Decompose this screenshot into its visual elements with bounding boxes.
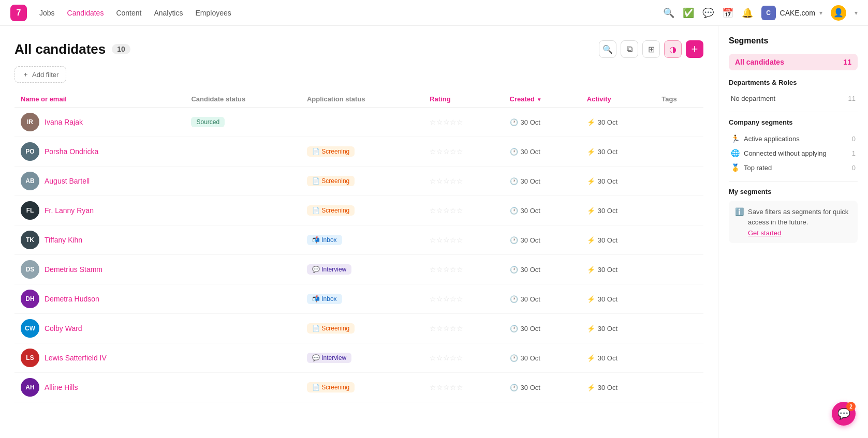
app-status-cell: 📄 Screening [301, 167, 423, 196]
rating-cell[interactable]: ☆☆☆☆☆ [423, 284, 503, 314]
segment-connected-without-applying[interactable]: 🌐 Connected without applying 1 [729, 146, 858, 160]
copy-toolbar-btn[interactable]: ⧉ [621, 40, 638, 58]
company-segments-title: Company segments [729, 118, 858, 126]
app-status-badge: 📄 Screening [307, 323, 355, 334]
search-toolbar-btn[interactable]: 🔍 [599, 40, 616, 58]
candidate-cell: CW Colby Ward [14, 314, 185, 343]
star-rating[interactable]: ☆☆☆☆☆ [430, 147, 497, 156]
nav-content[interactable]: Content [116, 9, 141, 17]
rating-cell[interactable]: ☆☆☆☆☆ [423, 167, 503, 196]
star-rating[interactable]: ☆☆☆☆☆ [430, 177, 497, 185]
star-rating[interactable]: ☆☆☆☆☆ [430, 206, 497, 215]
tags-cell [655, 314, 703, 343]
activity-date: 30 Oct [598, 266, 617, 274]
activity-cell: ⚡30 Oct [581, 167, 656, 196]
col-rating[interactable]: Rating [423, 91, 503, 108]
lightning-icon: ⚡ [587, 177, 595, 185]
col-candidate-status: Candidate status [185, 91, 300, 108]
rating-cell[interactable]: ☆☆☆☆☆ [423, 343, 503, 373]
star-rating[interactable]: ☆☆☆☆☆ [430, 324, 497, 333]
star-rating[interactable]: ☆☆☆☆☆ [430, 383, 497, 391]
search-icon[interactable]: 🔍 [663, 7, 674, 19]
col-name[interactable]: Name or email [14, 91, 185, 108]
candidate-name[interactable]: Fr. Lanny Ryan [45, 206, 94, 215]
candidate-cell: TK Tiffany Kihn [14, 225, 185, 255]
created-date: 30 Oct [521, 325, 540, 333]
app-status-cell: 💬 Interview [301, 255, 423, 284]
candidate-name[interactable]: Colby Ward [45, 324, 82, 333]
plus-icon: ＋ [22, 70, 29, 79]
segment-active-applications[interactable]: 🏃 Active applications 0 [729, 131, 858, 146]
star-rating[interactable]: ☆☆☆☆☆ [430, 236, 497, 244]
segment-top-rated[interactable]: 🥇 Top rated 0 [729, 160, 858, 175]
candidate-status-cell [185, 314, 300, 343]
candidate-name[interactable]: Demetra Hudson [45, 295, 99, 303]
app-status-cell: 📄 Screening [301, 137, 423, 167]
nav-analytics[interactable]: Analytics [154, 9, 183, 17]
add-candidate-btn[interactable]: + [686, 40, 703, 58]
star-rating[interactable]: ☆☆☆☆☆ [430, 354, 497, 362]
star-rating[interactable]: ☆☆☆☆☆ [430, 265, 497, 274]
get-started-link[interactable]: Get started [748, 229, 851, 237]
segment-all-candidates[interactable]: All candidates 11 [729, 54, 858, 70]
chat-fab[interactable]: 💬 2 [832, 402, 856, 426]
table-row: CW Colby Ward 📄 Screening☆☆☆☆☆🕐30 Oct⚡30… [14, 314, 703, 343]
rating-cell[interactable]: ☆☆☆☆☆ [423, 137, 503, 167]
rating-cell[interactable]: ☆☆☆☆☆ [423, 314, 503, 343]
candidate-status-cell [185, 284, 300, 314]
candidate-name[interactable]: August Bartell [45, 177, 90, 185]
no-department-item[interactable]: No department 11 [729, 92, 858, 105]
candidate-cell: IR Ivana Rajak [14, 108, 185, 137]
app-logo[interactable]: 7 [10, 5, 27, 21]
avatar-chevron-icon: ▾ [855, 9, 858, 17]
tags-cell [655, 225, 703, 255]
company-selector[interactable]: C CAKE.com ▾ [761, 6, 822, 20]
candidate-name[interactable]: Demetrius Stamm [45, 265, 102, 274]
star-rating[interactable]: ☆☆☆☆☆ [430, 295, 497, 303]
nav-right: 🔍 ✅ 💬 📅 🔔 C CAKE.com ▾ 👤 ▾ [663, 5, 858, 21]
checkmark-icon[interactable]: ✅ [683, 7, 694, 19]
rating-cell[interactable]: ☆☆☆☆☆ [423, 108, 503, 137]
col-tags: Tags [655, 91, 703, 108]
tags-cell [655, 137, 703, 167]
nav-jobs[interactable]: Jobs [39, 9, 55, 17]
created-date: 30 Oct [521, 148, 540, 156]
chart-view-btn[interactable]: ◑ [664, 40, 682, 58]
created-date: 30 Oct [521, 266, 540, 274]
lightning-icon: ⚡ [587, 295, 595, 303]
user-avatar[interactable]: 👤 [831, 5, 846, 21]
rating-cell[interactable]: ☆☆☆☆☆ [423, 373, 503, 402]
avatar: FL [21, 201, 39, 220]
calendar-icon[interactable]: 📅 [722, 7, 733, 19]
segments-hint: ℹ️ Save filters as segments for quick ac… [729, 201, 858, 243]
app-status-badge: 💬 Interview [307, 353, 351, 363]
col-activity[interactable]: Activity [581, 91, 656, 108]
rating-cell[interactable]: ☆☆☆☆☆ [423, 255, 503, 284]
candidate-name[interactable]: Porsha Ondricka [45, 147, 98, 156]
activity-date: 30 Oct [598, 354, 617, 362]
tags-cell [655, 284, 703, 314]
nav-employees[interactable]: Employees [195, 9, 231, 17]
message-icon[interactable]: 💬 [702, 7, 714, 19]
candidate-name[interactable]: Ivana Rajak [45, 118, 83, 126]
rating-cell[interactable]: ☆☆☆☆☆ [423, 196, 503, 225]
tags-cell [655, 167, 703, 196]
rating-cell[interactable]: ☆☆☆☆☆ [423, 225, 503, 255]
activity-date: 30 Oct [598, 207, 617, 215]
candidate-cell: DS Demetrius Stamm [14, 255, 185, 284]
bell-icon[interactable]: 🔔 [742, 7, 753, 19]
candidate-status-cell [185, 225, 300, 255]
candidate-name[interactable]: Lewis Satterfield IV [45, 354, 107, 362]
app-status-cell: 📄 Screening [301, 196, 423, 225]
col-created[interactable]: Created ▼ [504, 91, 581, 108]
active-applications-count: 0 [852, 135, 856, 143]
star-rating[interactable]: ☆☆☆☆☆ [430, 118, 497, 126]
nav-candidates[interactable]: Candidates [67, 9, 104, 17]
sidebar-title: Segments [729, 36, 858, 46]
add-filter-btn[interactable]: ＋ Add filter [14, 66, 66, 83]
table-view-btn[interactable]: ⊞ [642, 40, 660, 58]
candidate-name[interactable]: Tiffany Kihn [45, 236, 82, 244]
lightning-icon: ⚡ [587, 148, 595, 156]
candidate-name[interactable]: Alline Hills [45, 383, 78, 391]
created-date: 30 Oct [521, 118, 540, 126]
